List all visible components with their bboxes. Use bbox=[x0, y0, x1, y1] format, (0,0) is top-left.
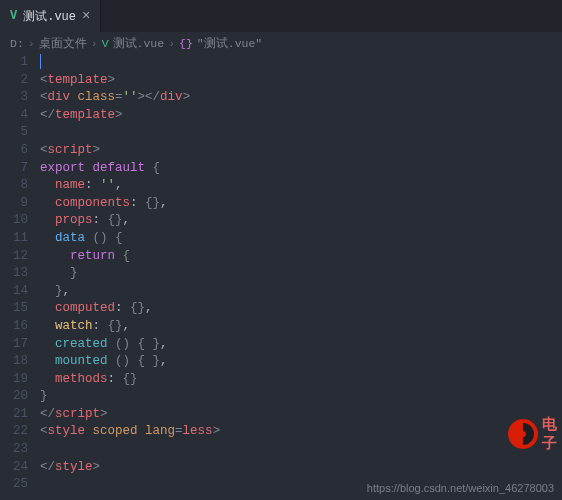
close-icon[interactable]: × bbox=[82, 9, 90, 23]
code-line[interactable]: computed: {}, bbox=[40, 300, 562, 318]
chevron-right-icon: › bbox=[91, 37, 98, 50]
code-token: : bbox=[115, 301, 130, 315]
code-token: lang bbox=[145, 424, 175, 438]
code-token: return bbox=[70, 249, 115, 263]
code-token: () bbox=[115, 337, 130, 351]
code-line[interactable]: } bbox=[40, 265, 562, 283]
code-token bbox=[85, 231, 93, 245]
code-line[interactable]: mounted () { }, bbox=[40, 353, 562, 371]
code-token: > bbox=[108, 73, 116, 87]
editor-tab[interactable]: V 测试.vue × bbox=[0, 0, 101, 32]
code-token: > bbox=[93, 460, 101, 474]
breadcrumb-seg[interactable]: 桌面文件 bbox=[39, 36, 87, 51]
code-line[interactable]: watch: {}, bbox=[40, 318, 562, 336]
code-token bbox=[40, 266, 70, 280]
code-line[interactable]: <template> bbox=[40, 72, 562, 90]
code-token bbox=[85, 161, 93, 175]
code-token: components bbox=[55, 196, 130, 210]
code-line[interactable]: props: {}, bbox=[40, 212, 562, 230]
code-token: script bbox=[48, 143, 93, 157]
code-line[interactable]: <div class=''></div> bbox=[40, 89, 562, 107]
code-token bbox=[145, 161, 153, 175]
code-token: '' bbox=[100, 178, 115, 192]
code-token: props bbox=[55, 213, 93, 227]
code-token bbox=[40, 178, 55, 192]
code-token: } bbox=[70, 266, 78, 280]
code-token bbox=[40, 196, 55, 210]
code-token: default bbox=[93, 161, 146, 175]
code-token: </ bbox=[40, 460, 55, 474]
code-line[interactable] bbox=[40, 124, 562, 142]
breadcrumb-seg[interactable]: "测试.vue" bbox=[197, 36, 262, 51]
code-editor[interactable]: 1234567891011121314151617181920212223242… bbox=[0, 54, 562, 500]
watermark-url: https://blog.csdn.net/weixin_46278003 bbox=[367, 482, 554, 494]
code-token: { bbox=[115, 231, 123, 245]
code-token: {} bbox=[108, 319, 123, 333]
code-token: , bbox=[160, 337, 168, 351]
code-token bbox=[40, 231, 55, 245]
code-token bbox=[85, 424, 93, 438]
line-number: 18 bbox=[0, 353, 28, 371]
code-token: div bbox=[48, 90, 71, 104]
code-line[interactable]: return { bbox=[40, 248, 562, 266]
code-line[interactable] bbox=[40, 441, 562, 459]
code-token: ></ bbox=[138, 90, 161, 104]
line-number: 22 bbox=[0, 423, 28, 441]
code-token: : bbox=[85, 178, 100, 192]
breadcrumb-seg[interactable]: D: bbox=[10, 37, 24, 50]
code-line[interactable]: }, bbox=[40, 283, 562, 301]
line-number: 2 bbox=[0, 72, 28, 90]
line-number: 17 bbox=[0, 336, 28, 354]
text-cursor bbox=[40, 54, 41, 69]
code-line[interactable]: methods: {} bbox=[40, 371, 562, 389]
code-token: {} bbox=[123, 372, 138, 386]
code-token: < bbox=[40, 73, 48, 87]
code-content[interactable]: <template><div class=''></div></template… bbox=[40, 54, 562, 500]
code-token: () bbox=[115, 354, 130, 368]
code-line[interactable]: export default { bbox=[40, 160, 562, 178]
code-line[interactable]: data () { bbox=[40, 230, 562, 248]
code-token: less bbox=[183, 424, 213, 438]
line-number: 23 bbox=[0, 441, 28, 459]
code-line[interactable] bbox=[40, 54, 562, 72]
code-line[interactable]: components: {}, bbox=[40, 195, 562, 213]
code-token: , bbox=[145, 301, 153, 315]
code-token: , bbox=[160, 354, 168, 368]
line-number: 14 bbox=[0, 283, 28, 301]
code-token: template bbox=[48, 73, 108, 87]
code-line[interactable]: name: '', bbox=[40, 177, 562, 195]
code-token: {} bbox=[145, 196, 160, 210]
code-line[interactable]: <script> bbox=[40, 142, 562, 160]
line-number: 7 bbox=[0, 160, 28, 178]
chevron-right-icon: › bbox=[168, 37, 175, 50]
code-token: = bbox=[175, 424, 183, 438]
line-number: 3 bbox=[0, 89, 28, 107]
breadcrumb[interactable]: D: › 桌面文件 › V 测试.vue › {} "测试.vue" bbox=[0, 32, 562, 54]
code-token: , bbox=[123, 213, 131, 227]
code-token: > bbox=[100, 407, 108, 421]
code-token: class bbox=[78, 90, 116, 104]
code-token: < bbox=[40, 90, 48, 104]
code-token: {} bbox=[130, 301, 145, 315]
code-line[interactable]: </template> bbox=[40, 107, 562, 125]
code-line[interactable]: </script> bbox=[40, 406, 562, 424]
line-number: 24 bbox=[0, 459, 28, 477]
code-line[interactable]: created () { }, bbox=[40, 336, 562, 354]
breadcrumb-seg[interactable]: 测试.vue bbox=[113, 36, 165, 51]
vue-icon: V bbox=[10, 9, 17, 23]
code-token: { bbox=[153, 161, 161, 175]
code-token: name bbox=[55, 178, 85, 192]
code-line[interactable]: <style scoped lang=less> bbox=[40, 423, 562, 441]
line-number: 1 bbox=[0, 54, 28, 72]
code-line[interactable]: } bbox=[40, 388, 562, 406]
watermark-logo: 电子 bbox=[506, 406, 562, 462]
code-token bbox=[40, 372, 55, 386]
code-token bbox=[40, 301, 55, 315]
code-token: watch bbox=[55, 319, 93, 333]
code-line[interactable]: </style> bbox=[40, 459, 562, 477]
code-token: div bbox=[160, 90, 183, 104]
code-token: </ bbox=[40, 108, 55, 122]
line-number: 21 bbox=[0, 406, 28, 424]
code-token: : bbox=[130, 196, 145, 210]
code-token: : bbox=[108, 372, 123, 386]
